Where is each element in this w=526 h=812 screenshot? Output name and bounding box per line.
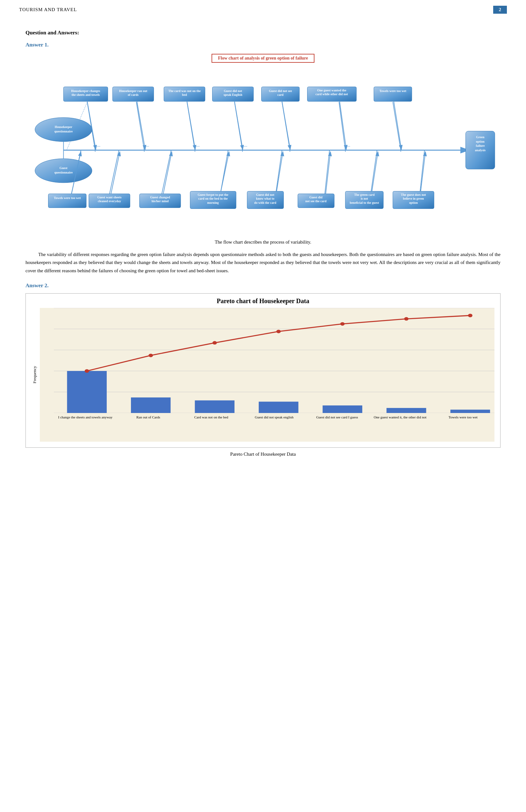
flowchart-container: Flow chart of analysis of green option o… <box>26 54 500 234</box>
header-title: TOURISM AND TRAVEL <box>19 7 77 12</box>
x-label-5: Guest did not see card I guess <box>305 413 369 442</box>
x-label-1: I change the sheets and towels anyway <box>54 413 117 442</box>
line-dot-3 <box>213 341 217 345</box>
pareto-chart-caption: Pareto Chart of Housekeeper Data <box>26 451 500 457</box>
svg-text:Towels were too wet: Towels were too wet <box>54 197 81 200</box>
bar-7 <box>451 410 490 413</box>
svg-text:option: option <box>409 201 418 204</box>
svg-rect-66 <box>48 194 86 208</box>
x-label-6: One guest wanted it, the other did not <box>369 413 432 442</box>
pareto-chart-container: Pareto chart of Housekeeper Data Frequen… <box>26 293 500 448</box>
svg-text:card: card <box>278 93 284 97</box>
svg-text:know what to: know what to <box>256 197 274 200</box>
bar-2 <box>131 398 170 413</box>
svg-text:The card was not on the: The card was not on the <box>168 89 201 93</box>
qa-section-title: Question and Answers: <box>26 30 500 36</box>
page-header: TOURISM AND TRAVEL 2 <box>0 0 526 17</box>
svg-text:questionnaire: questionnaire <box>54 171 73 174</box>
page-number: 2 <box>493 6 507 14</box>
svg-text:—: — <box>96 144 100 148</box>
svg-text:the sheets and towels: the sheets and towels <box>72 93 100 97</box>
svg-text:One guest wanted the: One guest wanted the <box>317 88 347 92</box>
svg-text:Towels were too wet: Towels were too wet <box>380 89 407 93</box>
svg-text:speak English: speak English <box>224 93 242 97</box>
svg-text:his/her mind: his/her mind <box>152 199 169 203</box>
svg-text:Guest did not: Guest did not <box>256 193 275 197</box>
line-dot-2 <box>148 354 153 357</box>
svg-text:Housekeeper ran out: Housekeeper ran out <box>119 89 147 93</box>
svg-text:Housekeeper changes: Housekeeper changes <box>71 89 100 93</box>
pareto-line <box>87 316 470 371</box>
svg-text:morning: morning <box>207 201 218 204</box>
svg-text:of cards: of cards <box>128 93 139 97</box>
line-dot-6 <box>404 317 409 321</box>
main-content: Question and Answers: Answer 1. Flow cha… <box>0 17 526 470</box>
svg-text:Guest want sheets: Guest want sheets <box>97 195 122 199</box>
svg-text:do with the card: do with the card <box>254 201 276 204</box>
body-paragraph: The variability of different responses r… <box>26 251 500 275</box>
bar-1 <box>67 371 106 413</box>
svg-text:The green card: The green card <box>354 193 375 197</box>
x-label-4: Guest did not speak english <box>243 413 306 442</box>
svg-text:Guest did: Guest did <box>309 195 323 199</box>
pareto-chart-title: Pareto chart of Housekeeper Data <box>31 298 495 305</box>
svg-text:beneficial to the guest: beneficial to the guest <box>350 201 379 204</box>
line-dot-5 <box>340 322 345 326</box>
svg-text:cleaned everyday: cleaned everyday <box>98 199 121 203</box>
line-dot-1 <box>85 369 89 373</box>
bar-5 <box>323 406 362 413</box>
bar-6 <box>386 408 426 413</box>
svg-text:questionnaire: questionnaire <box>54 130 73 133</box>
answer1-label: Answer 1. <box>26 42 500 48</box>
fishbone-area: — — — — · — Housekeeper changes the shee… <box>26 68 500 234</box>
svg-text:failure: failure <box>476 144 485 147</box>
flowchart-caption: The flow chart describes the process of … <box>26 240 500 245</box>
svg-text:·: · <box>290 144 291 148</box>
y-axis-label: Frequency <box>31 308 38 442</box>
line-dot-4 <box>276 330 281 333</box>
svg-text:—: — <box>195 144 200 148</box>
flowchart-title: Flow chart of analysis of green option o… <box>212 54 314 63</box>
svg-text:Housekeeper: Housekeeper <box>55 125 73 129</box>
svg-text:Green: Green <box>476 135 485 139</box>
svg-text:card while other did not: card while other did not <box>315 92 348 96</box>
svg-text:believe in green: believe in green <box>403 197 424 200</box>
svg-text:Guest forgot to put the: Guest forgot to put the <box>198 193 228 197</box>
fishbone-svg: — — — — · — Housekeeper changes the shee… <box>26 68 500 232</box>
svg-text:is not: is not <box>361 197 368 200</box>
svg-text:Guest did not see: Guest did not see <box>269 89 292 93</box>
pareto-bars-svg: 250 200 150 100 50 0 <box>54 308 495 413</box>
svg-text:Guest: Guest <box>60 166 68 170</box>
svg-text:bed: bed <box>182 93 187 97</box>
bar-3 <box>195 401 234 413</box>
svg-text:card on the bed in the: card on the bed in the <box>198 197 228 200</box>
svg-text:option: option <box>476 140 485 143</box>
answer2-label: Answer 2. <box>26 282 500 289</box>
svg-text:The guest does not: The guest does not <box>401 193 426 197</box>
svg-text:Guest did not: Guest did not <box>224 89 242 93</box>
bar-4 <box>259 402 298 413</box>
svg-text:Guest changed: Guest changed <box>150 195 170 199</box>
x-label-3: Card was not on the bed <box>180 413 243 442</box>
x-label-2: Ran out of Cards <box>117 413 180 442</box>
svg-text:analysis: analysis <box>475 148 486 152</box>
line-dot-7 <box>468 314 472 318</box>
svg-text:not see the card: not see the card <box>305 199 327 203</box>
x-label-7: Towels were too wet <box>431 413 495 442</box>
svg-text:—: — <box>242 144 247 148</box>
flowchart-title-wrapper: Flow chart of analysis of green option o… <box>26 54 500 66</box>
